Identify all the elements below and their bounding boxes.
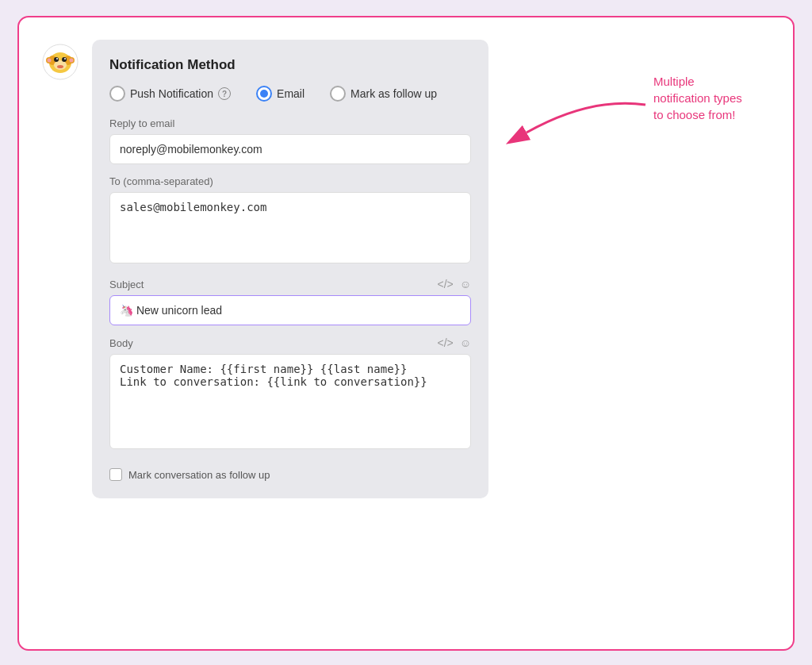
help-icon-push[interactable]: ? — [218, 87, 231, 100]
to-label: To (comma-separated) — [109, 175, 471, 187]
svg-point-9 — [57, 65, 63, 68]
outer-card: Notification Method Push Notification ? … — [17, 16, 795, 651]
option-push[interactable]: Push Notification ? — [109, 86, 231, 102]
checkbox-label: Mark conversation as follow up — [128, 469, 270, 481]
svg-point-13 — [70, 59, 74, 63]
body-input[interactable]: Customer Name: {{first name}} {{last nam… — [109, 354, 471, 449]
option-followup[interactable]: Mark as follow up — [330, 86, 437, 102]
annotation-text: Multiplenotification typesto choose from… — [653, 73, 780, 123]
subject-row: Subject </> ☺ — [109, 278, 471, 290]
svg-point-8 — [64, 58, 66, 60]
emoji-icon-body[interactable]: ☺ — [460, 336, 471, 349]
logo — [41, 43, 79, 81]
svg-point-6 — [62, 57, 67, 62]
reply-to-input[interactable] — [109, 134, 471, 164]
to-input[interactable]: sales@mobilemonkey.com — [109, 192, 471, 263]
subject-label: Subject — [109, 279, 144, 290]
code-icon-body[interactable]: </> — [437, 336, 453, 349]
followup-checkbox[interactable] — [109, 468, 122, 481]
checkbox-row[interactable]: Mark conversation as follow up — [109, 468, 471, 481]
svg-point-7 — [56, 58, 58, 60]
radio-email[interactable] — [256, 86, 272, 102]
subject-icons: </> ☺ — [437, 278, 471, 290]
body-icons: </> ☺ — [437, 336, 471, 349]
svg-point-5 — [54, 57, 59, 62]
svg-point-12 — [48, 59, 52, 63]
option-followup-label: Mark as follow up — [350, 87, 437, 100]
option-email[interactable]: Email — [256, 86, 304, 102]
emoji-icon-subject[interactable]: ☺ — [460, 278, 471, 290]
body-row: Body </> ☺ — [109, 336, 471, 349]
option-email-label: Email — [277, 87, 304, 100]
body-label: Body — [109, 337, 133, 349]
main-panel: Notification Method Push Notification ? … — [92, 40, 488, 498]
radio-followup[interactable] — [330, 86, 346, 102]
panel-title: Notification Method — [109, 57, 471, 73]
code-icon-subject[interactable]: </> — [437, 278, 453, 290]
option-push-label: Push Notification — [130, 87, 213, 100]
notification-options: Push Notification ? Email Mark as follow… — [109, 86, 471, 102]
reply-to-label: Reply to email — [109, 117, 471, 129]
subject-input[interactable] — [109, 295, 471, 325]
radio-push[interactable] — [109, 86, 125, 102]
